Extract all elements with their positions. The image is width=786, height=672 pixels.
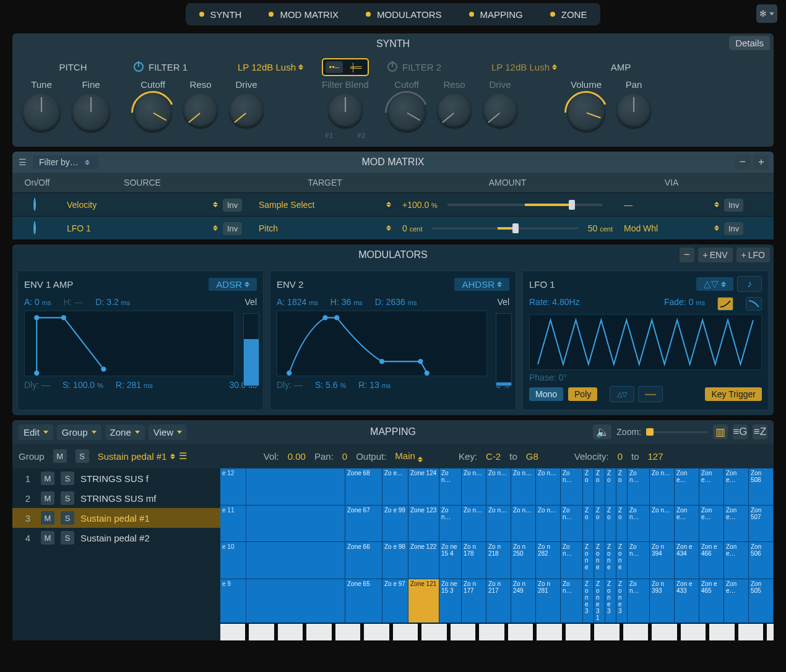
pan-knob[interactable]	[616, 93, 651, 128]
filter2-type-select[interactable]: LP 12dB Lush	[491, 62, 557, 72]
zone-cell[interactable]: Zo e 97	[382, 579, 408, 622]
env2-vel-bar[interactable]	[496, 313, 512, 386]
env1-graph[interactable]	[24, 311, 235, 376]
zones-grid[interactable]: e 12Zone 68Zo e…Zone 124Zo n…Zo n…Zo n…Z…	[220, 468, 774, 640]
zone-cell[interactable]: Zo n 218	[486, 542, 511, 579]
filter-routing-toggle[interactable]: ••–╪═	[322, 58, 369, 76]
group-row[interactable]: 1 M S STRINGS SUS f	[12, 468, 220, 488]
group-row[interactable]: 4 M S Sustain pedal #2	[12, 528, 220, 548]
filter1-cutoff-knob[interactable]	[134, 93, 172, 132]
mute-button[interactable]: M	[41, 491, 54, 505]
zone-cell[interactable]: Zo n 393	[650, 579, 675, 622]
menu-edit[interactable]: Edit	[19, 424, 53, 440]
mute-button[interactable]: M	[41, 472, 54, 485]
key-high[interactable]: G8	[526, 451, 538, 462]
view-piano-button[interactable]: ▥	[713, 424, 728, 439]
add-row-button[interactable]: +	[754, 155, 769, 170]
mono-button[interactable]: Mono	[529, 387, 563, 401]
zone-cell[interactable]: Z o	[583, 506, 594, 542]
zone-cell[interactable]: Zo n 250	[511, 542, 536, 579]
zone-cell[interactable]: Zon e 433	[675, 579, 699, 622]
solo-button[interactable]: S	[61, 491, 74, 505]
zone-cell[interactable]: Zo n…	[628, 542, 650, 579]
fine-knob[interactable]	[72, 93, 110, 132]
env1-type-select[interactable]: ADSR	[209, 278, 257, 291]
zone-cell[interactable]: Zo n…	[628, 506, 650, 542]
volume-knob[interactable]	[567, 93, 605, 132]
zone-cell[interactable]: Zo n…	[462, 506, 486, 542]
invert-button[interactable]: Inv	[223, 199, 242, 212]
menu-zone[interactable]: Zone	[105, 424, 145, 440]
solo-button[interactable]: S	[61, 472, 74, 485]
zone-cell[interactable]: Zo n…	[561, 506, 583, 542]
tab-zone[interactable]: ZONE	[537, 3, 601, 25]
zone-cell[interactable]: Zo n 394	[650, 542, 675, 579]
zone-cell[interactable]: Zone 122	[408, 542, 439, 579]
zone-cell[interactable]: Zon e 434	[675, 542, 699, 579]
tab-synth[interactable]: SYNTH	[186, 3, 256, 25]
invert-button[interactable]: Inv	[223, 222, 242, 235]
group-row[interactable]: 3 M S Sustain pedal #1	[12, 508, 220, 528]
zone-cell[interactable]: Zon e…	[699, 506, 724, 542]
filter-blend-knob[interactable]	[328, 93, 363, 128]
zone-cell[interactable]: Zo n 281	[536, 579, 561, 622]
zone-cell[interactable]: Z o	[616, 506, 628, 542]
filter1-type-select[interactable]: LP 12dB Lush	[238, 62, 303, 72]
zone-cell[interactable]: Z o n e	[605, 542, 616, 579]
lfo-mode-a-icon[interactable]: △▽	[610, 386, 634, 402]
tab-mapping[interactable]: MAPPING	[456, 3, 537, 25]
zone-cell[interactable]: Zone 123	[408, 506, 439, 542]
zone-cell[interactable]: Z o	[605, 468, 616, 505]
zone-cell[interactable]: Zon 506	[749, 542, 774, 579]
source-select[interactable]: Velocity	[62, 196, 223, 214]
env2-type-select[interactable]: AHDSR	[454, 278, 509, 291]
remove-modulator-button[interactable]: −	[680, 248, 694, 262]
lfo-mode-b-icon[interactable]: ┅┅┅	[638, 386, 663, 402]
zone-cell[interactable]: Z o	[594, 468, 605, 505]
group-solo-button[interactable]: S	[76, 449, 89, 463]
group-name-select[interactable]: Sustain pedal #1☰	[98, 450, 234, 462]
zone-cell[interactable]: Zone 68	[345, 468, 382, 505]
zone-cell[interactable]: Z o n e	[583, 542, 594, 579]
zone-cell[interactable]: Zo n…	[439, 506, 462, 542]
via-select[interactable]: Mod Whl	[619, 219, 724, 238]
target-select[interactable]: Sample Select	[254, 196, 396, 214]
fade-out-icon[interactable]	[746, 297, 762, 311]
zone-cell[interactable]: Zo e…	[382, 468, 408, 505]
zone-cell[interactable]: Zon 505	[749, 579, 774, 622]
zone-cell[interactable]: Zo n…	[561, 468, 583, 505]
zone-cell[interactable]: Z o n e 3	[605, 579, 616, 622]
settings-button[interactable]: ✻	[756, 4, 777, 23]
zone-cell[interactable]: Z o	[594, 506, 605, 542]
solo-button[interactable]: S	[61, 531, 74, 545]
zone-cell[interactable]: Zo n 177	[462, 579, 486, 622]
key-trigger-button[interactable]: Key Trigger	[705, 387, 762, 401]
zone-cell[interactable]: Zo n…	[536, 468, 561, 505]
zone-cell[interactable]: Zon e…	[675, 468, 699, 505]
zone-cell[interactable]: Zo n…	[650, 506, 675, 542]
zone-cell[interactable]: Zone 121	[408, 579, 439, 622]
zone-cell[interactable]: Zo e 98	[382, 542, 408, 579]
zone-cell[interactable]: Zone 65	[345, 579, 382, 622]
tab-modulators[interactable]: MODULATORS	[352, 3, 455, 25]
filter1-drive-knob[interactable]	[229, 93, 264, 128]
mute-button[interactable]: M	[41, 531, 54, 545]
zone-cell[interactable]: Zo ne 15 3	[439, 579, 462, 622]
zone-cell[interactable]: Zone 67	[345, 506, 382, 542]
zone-cell[interactable]: Z o	[583, 468, 594, 505]
poly-button[interactable]: Poly	[568, 387, 597, 401]
amount-slider[interactable]: 0 cent 50 cent	[396, 223, 619, 233]
group-row[interactable]: 2 M S STRINGS SUS mf	[12, 488, 220, 508]
zone-cell[interactable]: Zon e…	[675, 506, 699, 542]
vol-value[interactable]: 0.00	[288, 451, 306, 462]
piano-keyboard[interactable]	[220, 623, 774, 640]
view-list-button[interactable]: ≡G	[733, 424, 748, 439]
zone-cell[interactable]: Zon e…	[724, 468, 749, 505]
zone-cell[interactable]: Zon e…	[724, 542, 749, 579]
lfo1-wave-display[interactable]	[529, 314, 762, 370]
target-select[interactable]: Pitch	[254, 219, 396, 238]
zone-cell[interactable]: Z o	[616, 468, 628, 505]
row-power-icon[interactable]	[33, 222, 36, 235]
zone-cell[interactable]: Zon e…	[724, 506, 749, 542]
filter2-drive-knob[interactable]	[483, 93, 517, 128]
